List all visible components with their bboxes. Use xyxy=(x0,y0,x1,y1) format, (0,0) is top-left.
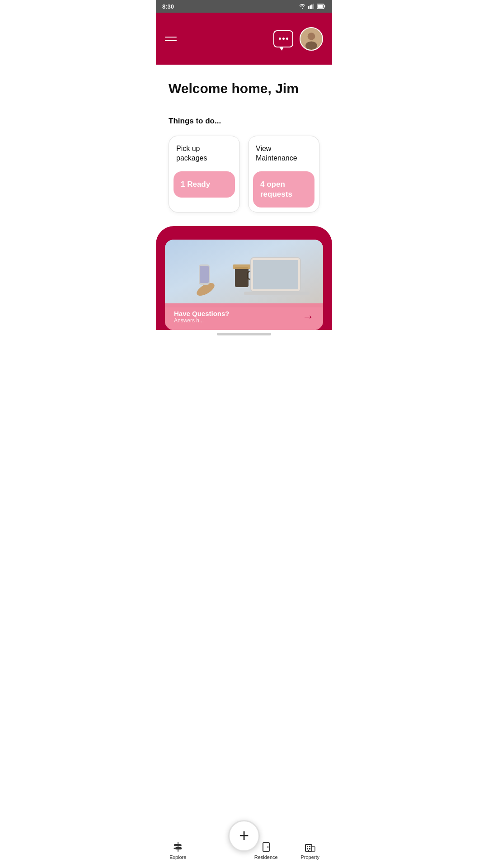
svg-rect-19 xyxy=(200,266,209,283)
promo-section: Have Questions? Answers h... → xyxy=(156,226,332,330)
svg-rect-2 xyxy=(311,5,313,9)
svg-rect-15 xyxy=(253,260,298,289)
home-indicator xyxy=(217,333,271,335)
svg-rect-3 xyxy=(313,4,314,9)
svg-rect-11 xyxy=(235,267,249,287)
signal-icon xyxy=(308,4,314,9)
things-to-do-section: Things to do... Pick up packages 1 Ready… xyxy=(156,106,332,226)
cards-row: Pick up packages 1 Ready View Maintenanc… xyxy=(169,136,319,212)
promo-arrow-icon: → xyxy=(302,310,314,324)
promo-card[interactable]: Have Questions? Answers h... → xyxy=(165,240,323,330)
packages-card-title: Pick up packages xyxy=(169,136,239,167)
svg-rect-1 xyxy=(310,5,311,9)
welcome-section: Welcome home, Jim xyxy=(156,64,332,106)
status-bar: 8:30 xyxy=(156,0,332,13)
maintenance-card[interactable]: View Maintenance 4 open requests xyxy=(248,136,319,212)
main-content: Welcome home, Jim Things to do... Pick u… xyxy=(156,64,332,330)
promo-banner-subtitle: Answers h... xyxy=(174,317,230,324)
promo-banner[interactable]: Have Questions? Answers h... → xyxy=(165,303,323,330)
avatar[interactable] xyxy=(300,27,323,51)
svg-point-8 xyxy=(308,33,315,40)
promo-banner-text: Have Questions? Answers h... xyxy=(174,310,230,324)
status-icons xyxy=(299,4,326,9)
promo-image xyxy=(165,240,323,307)
hamburger-button[interactable] xyxy=(165,37,177,41)
welcome-greeting: Welcome home, Jim xyxy=(169,80,319,97)
packages-badge-text: 1 Ready xyxy=(181,179,228,189)
packages-badge: 1 Ready xyxy=(174,171,235,198)
svg-point-9 xyxy=(305,41,317,49)
avatar-image xyxy=(300,28,322,50)
maintenance-badge: 4 open requests xyxy=(253,171,314,208)
svg-rect-16 xyxy=(244,292,310,295)
header xyxy=(156,13,332,65)
promo-banner-title: Have Questions? xyxy=(174,310,230,317)
maintenance-card-title: View Maintenance xyxy=(249,136,319,167)
chat-dots-icon xyxy=(279,38,288,40)
packages-card[interactable]: Pick up packages 1 Ready xyxy=(169,136,240,212)
svg-rect-6 xyxy=(318,5,323,8)
header-right xyxy=(273,27,323,51)
svg-rect-5 xyxy=(324,5,325,8)
battery-icon xyxy=(317,4,326,9)
svg-rect-0 xyxy=(308,6,310,9)
things-label: Things to do... xyxy=(169,117,319,126)
maintenance-badge-text: 4 open requests xyxy=(260,179,307,199)
status-time: 8:30 xyxy=(162,3,174,10)
svg-rect-12 xyxy=(233,264,251,269)
wifi-icon xyxy=(299,4,306,9)
promo-illustration xyxy=(165,240,323,307)
chat-button[interactable] xyxy=(273,30,293,47)
